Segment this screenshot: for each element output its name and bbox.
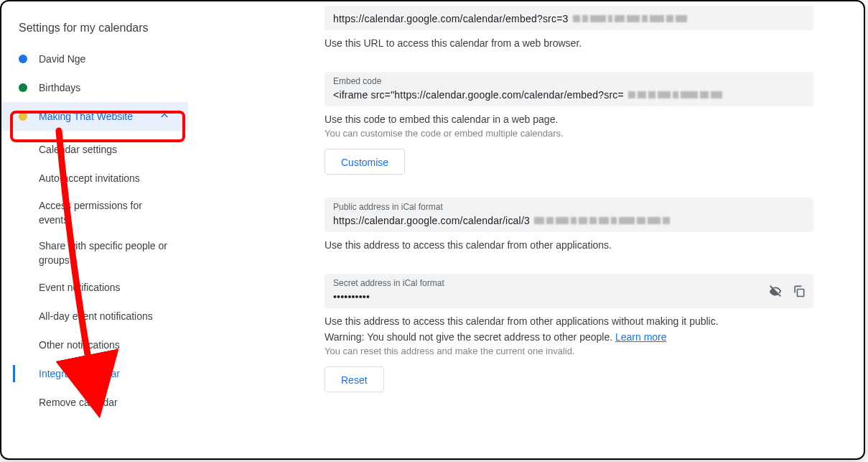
chevron-up-icon	[158, 109, 171, 124]
ical-secret-value: ••••••••••	[333, 291, 805, 302]
ical-public-hint: Use this address to access this calendar…	[325, 239, 813, 251]
ical-secret-field[interactable]: Secret address in iCal format ••••••••••	[325, 274, 813, 308]
calendar-label: Making That Website	[39, 111, 158, 122]
learn-more-link[interactable]: Learn more	[615, 331, 667, 343]
integrate-calendar-panel: https://calendar.google.com/calendar/emb…	[188, 1, 864, 458]
embed-code-label: Embed code	[333, 76, 805, 86]
svg-rect-0	[798, 290, 804, 297]
subitem-all-day-event-notifications[interactable]: All-day event notifications	[39, 302, 188, 331]
calendar-label: Birthdays	[39, 82, 171, 93]
subitem-calendar-settings[interactable]: Calendar settings	[39, 135, 188, 164]
sidebar-calendar-making-that-website[interactable]: Making That Website	[1, 102, 188, 131]
redacted-tail	[573, 15, 687, 22]
redacted-tail	[628, 91, 722, 98]
embed-code-hint: Use this code to embed this calendar in …	[325, 114, 813, 125]
settings-sidebar: Settings for my calendars David Nge Birt…	[1, 1, 188, 458]
calendar-color-dot	[19, 55, 27, 63]
sidebar-calendar-david-nge[interactable]: David Nge	[1, 45, 188, 73]
subitem-integrate-calendar[interactable]: Integrate calendar	[39, 359, 188, 388]
ical-public-field[interactable]: Public address in iCal format https://ca…	[325, 198, 813, 232]
subitem-other-notifications[interactable]: Other notifications	[39, 331, 188, 359]
visibility-off-icon[interactable]	[767, 283, 783, 299]
subitem-auto-accept-invitations[interactable]: Auto-accept invitations	[39, 164, 188, 193]
public-url-hint: Use this URL to access this calendar fro…	[325, 37, 813, 49]
subitem-event-notifications[interactable]: Event notifications	[39, 273, 188, 302]
copy-icon[interactable]	[792, 284, 806, 298]
public-url-field[interactable]: https://calendar.google.com/calendar/emb…	[325, 6, 813, 30]
ical-public-label: Public address in iCal format	[333, 202, 805, 212]
ical-secret-label: Secret address in iCal format	[333, 278, 805, 288]
public-url-value: https://calendar.google.com/calendar/emb…	[333, 13, 805, 24]
embed-code-field[interactable]: Embed code <iframe src="https://calendar…	[325, 72, 813, 106]
customise-button[interactable]: Customise	[325, 149, 405, 175]
embed-code-value: <iframe src="https://calendar.google.com…	[333, 89, 805, 101]
reset-button[interactable]: Reset	[325, 366, 384, 392]
sidebar-heading: Settings for my calendars	[1, 14, 188, 45]
ical-public-value: https://calendar.google.com/calendar/ica…	[333, 215, 805, 226]
sidebar-calendar-birthdays[interactable]: Birthdays	[1, 73, 188, 102]
calendar-subsection-list: Calendar settings Auto-accept invitation…	[1, 131, 188, 417]
subitem-access-permissions[interactable]: Access permissions for events	[39, 193, 188, 233]
calendar-color-dot	[19, 112, 27, 121]
ical-secret-hint: Use this address to access this calendar…	[325, 315, 813, 327]
ical-secret-reset-hint: You can reset this address and make the …	[325, 346, 813, 356]
ical-secret-warning: Warning: You should not give the secret …	[325, 331, 813, 343]
redacted-tail	[534, 217, 670, 224]
embed-code-hint-sub: You can customise the code or embed mult…	[325, 128, 813, 139]
subitem-share-with-specific-people[interactable]: Share with specific people or groups	[39, 233, 188, 273]
calendar-label: David Nge	[39, 53, 171, 65]
subitem-remove-calendar[interactable]: Remove calendar	[39, 388, 188, 417]
calendar-color-dot	[19, 83, 27, 92]
